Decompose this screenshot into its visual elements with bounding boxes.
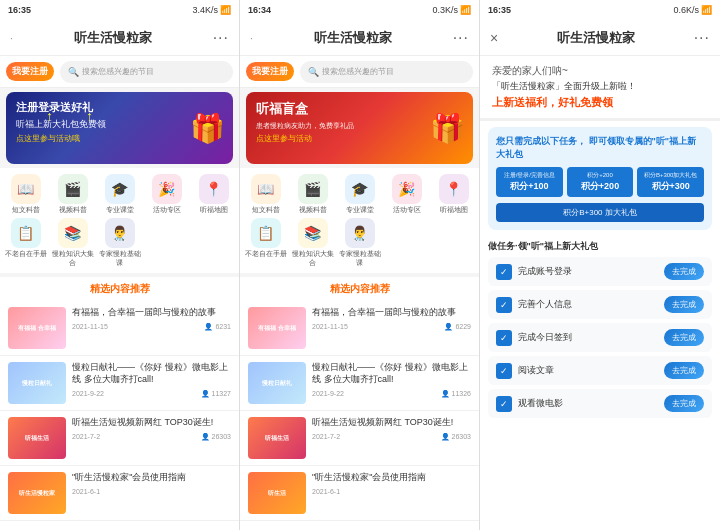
content-item-p2-3[interactable]: 听生活 "听生活慢粒家"会员使用指南 2021-6-1: [240, 466, 479, 521]
greeting-line2: 「听生活慢粒家」全面升级上新啦！: [492, 80, 708, 93]
icon-item-p2-3[interactable]: 🎉 活动专区: [385, 174, 428, 214]
network-2: 0.3K/s 📶: [432, 5, 471, 15]
icon-grid-2: 📖 短文科普 🎬 视频科普 🎓 专业课堂 🎉 活动专区 📍 听福地图 📋 不老自…: [240, 168, 479, 273]
content-meta-p2-1: 2021-9-22 👤 11326: [312, 390, 471, 398]
icon-item-p2-7[interactable]: 👨‍⚕️ 专家慢粒基础课: [338, 218, 381, 267]
icon-item-7[interactable]: 👨‍⚕️ 专家慢粒基础课: [98, 218, 141, 267]
time-3: 16:35: [488, 5, 511, 15]
banner-1[interactable]: 注册登录送好礼 听福上新大礼包免费领 点这里参与活动哦 🎁 ↑ ↑: [6, 92, 233, 164]
content-meta-0: 2021-11-15 👤 6231: [72, 323, 231, 331]
icon-item-5[interactable]: 📋 不老自在手册: [4, 218, 47, 267]
banner-decoration-1: 🎁: [190, 112, 225, 145]
content-item-1[interactable]: 慢粒日献礼 慢粒日献礼——《你好 慢粒》微电影上线 多位大咖齐打call! 20…: [0, 356, 239, 411]
task-action-0[interactable]: 去完成: [664, 263, 704, 280]
greeting-line1: 亲爱的家人们呐~: [492, 64, 708, 78]
thumb-p2-0: 有福福 合幸福: [248, 307, 306, 349]
icon-item-0[interactable]: 📖 短文科普: [4, 174, 47, 214]
task-step-0: 注册/登录/完善信息 积分+100: [496, 167, 563, 197]
task-name-4: 观看微电影: [518, 397, 563, 410]
task-name-0: 完成账号登录: [518, 265, 572, 278]
task-menu-dots[interactable]: ···: [694, 29, 710, 47]
task-check-0: ✓: [496, 264, 512, 280]
content-list-1[interactable]: 有福福 合幸福 有福福，合幸福一届郎与慢粒的故事 2021-11-15 👤 62…: [0, 301, 239, 530]
content-info-3: "听生活慢粒家"会员使用指南 2021-6-1: [72, 472, 231, 514]
icon-item-p2-5[interactable]: 📋 不老自在手册: [244, 218, 287, 267]
status-bar-1: 16:35 3.4K/s 📶: [0, 0, 239, 20]
content-item-2[interactable]: 听福生活 听福生活短视频新网红 TOP30诞生! 2021-7-2 👤 2630…: [0, 411, 239, 466]
status-bar-3: 16:35 0.6K/s 📶: [480, 0, 720, 20]
register-btn-2[interactable]: 我要注册: [246, 62, 294, 81]
icon-grid-1: 📖 短文科普 🎬 视频科普 🎓 专业课堂 🎉 活动专区 📍 听福地图 📋 不老自…: [0, 168, 239, 273]
close-button[interactable]: ×: [490, 30, 498, 46]
content-item-p2-0[interactable]: 有福福 合幸福 有福福，合幸福一届郎与慢粒的故事 2021-11-15 👤 62…: [240, 301, 479, 356]
icon-item-6[interactable]: 📚 慢粒知识大集合: [51, 218, 94, 267]
greeting-box: 亲爱的家人们呐~ 「听生活慢粒家」全面升级上新啦！ 上新送福利，好礼免费领: [480, 56, 720, 121]
icon-item-2[interactable]: 🎓 专业课堂: [98, 174, 141, 214]
task-step-2: 积分B+300加大礼包 积分+300: [637, 167, 704, 197]
icon-item-3[interactable]: 🎉 活动专区: [145, 174, 188, 214]
content-item-p2-2[interactable]: 听福生活 听福生活短视频新网红 TOP30诞生! 2021-7-2 👤 2630…: [240, 411, 479, 466]
network-1: 3.4K/s 📶: [192, 5, 231, 15]
thumb-3: 听生活慢粒家: [8, 472, 66, 514]
task-action-2[interactable]: 去完成: [664, 329, 704, 346]
network-3: 0.6K/s 📶: [673, 5, 712, 15]
time-2: 16:34: [248, 5, 271, 15]
task-row-1[interactable]: ✓ 完善个人信息 去完成: [488, 290, 712, 319]
thumb-p2-3: 听生活: [248, 472, 306, 514]
banner-decoration-2: 🎁: [430, 112, 465, 145]
icon-item-p2-2[interactable]: 🎓 专业课堂: [338, 174, 381, 214]
thumb-0: 有福福 合幸福: [8, 307, 66, 349]
task-check-3: ✓: [496, 363, 512, 379]
content-item-3[interactable]: 听生活慢粒家 "听生活慢粒家"会员使用指南 2021-6-1: [0, 466, 239, 521]
task-check-2: ✓: [496, 330, 512, 346]
time-1: 16:35: [8, 5, 31, 15]
content-info-p2-2: 听福生活短视频新网红 TOP30诞生! 2021-7-2 👤 26303: [312, 417, 471, 459]
do-task-section: 做任务·领"听"福上新大礼包 ✓ 完成账号登录 去完成 ✓ 完善个人信息 去完成…: [480, 236, 720, 424]
section-title-1: 精选内容推荐: [0, 273, 239, 301]
thumb-p2-2: 听福生活: [248, 417, 306, 459]
content-meta-2: 2021-7-2 👤 26303: [72, 433, 231, 441]
content-info-1: 慢粒日献礼——《你好 慢粒》微电影上线 多位大咖齐打call! 2021-9-2…: [72, 362, 231, 404]
task-row-4[interactable]: ✓ 观看微电影 去完成: [488, 389, 712, 418]
task-card-title: 您只需完成以下任务， 即可领取专属的"听"福上新大礼包: [496, 135, 704, 161]
banner-2[interactable]: 听福盲盒 患者慢粒病友助力，免费享礼品 点这里参与活动 🎁: [246, 92, 473, 164]
search-bar-1: 我要注册 🔍 搜索您感兴趣的节目: [0, 56, 239, 88]
task-app-title: 听生活慢粒家: [557, 29, 635, 47]
content-info-p2-1: 慢粒日献礼——《你好 慢粒》微电影上线 多位大咖齐打call! 2021-9-2…: [312, 362, 471, 404]
task-panel: 16:35 0.6K/s 📶 × 听生活慢粒家 ··· 亲爱的家人们呐~ 「听生…: [480, 0, 720, 530]
task-action-1[interactable]: 去完成: [664, 296, 704, 313]
content-meta-p2-2: 2021-7-2 👤 26303: [312, 433, 471, 441]
content-info-p2-0: 有福福，合幸福一届郎与慢粒的故事 2021-11-15 👤 6229: [312, 307, 471, 349]
content-item-0[interactable]: 有福福 合幸福 有福福，合幸福一届郎与慢粒的故事 2021-11-15 👤 62…: [0, 301, 239, 356]
task-check-1: ✓: [496, 297, 512, 313]
task-action-4[interactable]: 去完成: [664, 395, 704, 412]
menu-dots-1[interactable]: ···: [213, 29, 229, 47]
task-row-2[interactable]: ✓ 完成今日签到 去完成: [488, 323, 712, 352]
register-btn-1[interactable]: 我要注册: [6, 62, 54, 81]
phone-panel-1: 16:35 3.4K/s 📶 · 听生活慢粒家 ··· 我要注册 🔍 搜索您感兴…: [0, 0, 240, 530]
search-input-2[interactable]: 🔍 搜索您感兴趣的节目: [300, 61, 473, 83]
content-info-2: 听福生活短视频新网红 TOP30诞生! 2021-7-2 👤 26303: [72, 417, 231, 459]
search-input-1[interactable]: 🔍 搜索您感兴趣的节目: [60, 61, 233, 83]
icon-item-p2-6[interactable]: 📚 慢粒知识大集合: [291, 218, 334, 267]
icon-item-4[interactable]: 📍 听福地图: [192, 174, 235, 214]
icon-item-1[interactable]: 🎬 视频科普: [51, 174, 94, 214]
task-row-3[interactable]: ✓ 阅读文章 去完成: [488, 356, 712, 385]
task-progress-card: 您只需完成以下任务， 即可领取专属的"听"福上新大礼包 注册/登录/完善信息 积…: [488, 127, 712, 230]
thumb-1: 慢粒日献礼: [8, 362, 66, 404]
task-app-header: × 听生活慢粒家 ···: [480, 20, 720, 56]
content-info-0: 有福福，合幸福一届郎与慢粒的故事 2021-11-15 👤 6231: [72, 307, 231, 349]
task-step-1: 积分+200 积分+200: [567, 167, 634, 197]
icon-item-p2-0[interactable]: 📖 短文科普: [244, 174, 287, 214]
task-row-0[interactable]: ✓ 完成账号登录 去完成: [488, 257, 712, 286]
content-meta-p2-0: 2021-11-15 👤 6229: [312, 323, 471, 331]
task-action-3[interactable]: 去完成: [664, 362, 704, 379]
content-info-p2-3: "听生活慢粒家"会员使用指南 2021-6-1: [312, 472, 471, 514]
menu-dots-2[interactable]: ···: [453, 29, 469, 47]
icon-item-p2-4[interactable]: 📍 听福地图: [432, 174, 475, 214]
content-item-p2-1[interactable]: 慢粒日献礼 慢粒日献礼——《你好 慢粒》微电影上线 多位大咖齐打call! 20…: [240, 356, 479, 411]
task-name-1: 完善个人信息: [518, 298, 572, 311]
content-list-2[interactable]: 有福福 合幸福 有福福，合幸福一届郎与慢粒的故事 2021-11-15 👤 62…: [240, 301, 479, 530]
gift-box-area: 积分B+300 加大礼包: [496, 203, 704, 222]
icon-item-p2-1[interactable]: 🎬 视频科普: [291, 174, 334, 214]
